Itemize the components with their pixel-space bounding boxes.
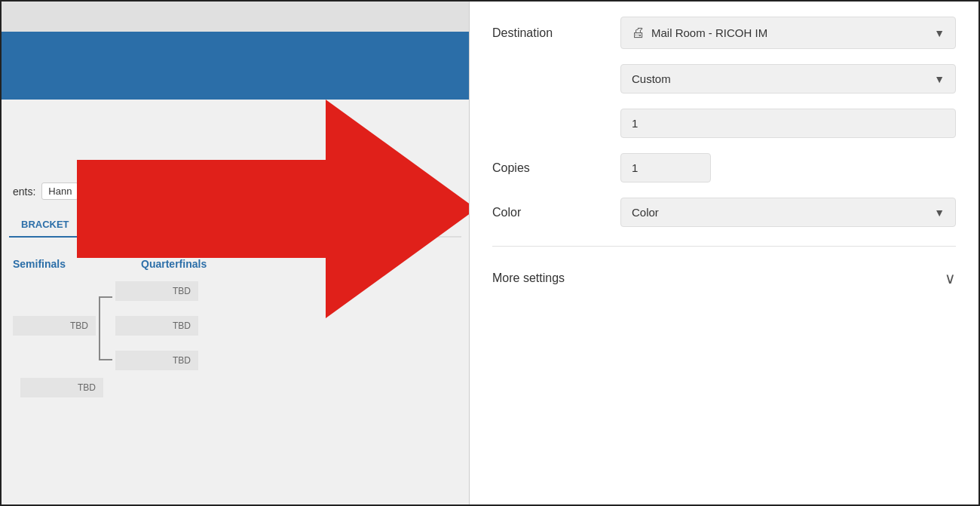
copies-row: Copies 1 (492, 153, 956, 182)
copies-value: 1 (632, 161, 638, 174)
custom-dropdown-arrow: ▼ (934, 73, 945, 85)
bracket-left-col: TBD (13, 316, 96, 336)
destination-value: Mail Room - RICOH IM (651, 26, 767, 39)
tab-bracket[interactable]: BRACKET (9, 213, 81, 238)
bracket-tbd-bottom: TBD (115, 351, 198, 370)
copies-label: Copies (492, 161, 598, 175)
destination-dropdown-arrow: ▼ (934, 27, 945, 39)
red-arrow-overlay (77, 100, 469, 318)
settings-divider (492, 246, 956, 247)
more-settings-row[interactable]: More settings ∨ (492, 265, 956, 291)
bracket-tbd-middle: TBD (115, 316, 198, 336)
semifinals-header: Semifinals (13, 258, 66, 270)
destination-left: 🖨 Mail Room - RICOH IM (632, 25, 767, 41)
printer-icon: 🖨 (632, 25, 645, 41)
color-value: Color (632, 206, 659, 219)
color-label: Color (492, 206, 598, 219)
destination-select[interactable]: 🖨 Mail Room - RICOH IM ▼ (620, 17, 956, 49)
blue-header-bar (2, 32, 469, 100)
color-dropdown-arrow: ▼ (934, 207, 945, 219)
custom-row: Custom ▼ (492, 64, 956, 94)
destination-label: Destination (492, 26, 598, 40)
svg-marker-0 (77, 100, 469, 318)
color-row: Color Color ▼ (492, 198, 956, 227)
chevron-down-icon: ∨ (945, 269, 956, 287)
bracket-tbd-extra: TBD (20, 378, 103, 397)
custom-value: Custom (632, 72, 671, 85)
ents-label: ents: (13, 186, 35, 198)
number-input[interactable]: 1 (620, 109, 956, 138)
number-value: 1 (632, 117, 638, 130)
ents-badge: Hann (41, 182, 78, 200)
bracket-tbd-left: TBD (13, 316, 96, 336)
number-row: 1 (492, 109, 956, 138)
color-select[interactable]: Color ▼ (620, 198, 956, 227)
left-panel: ents: Hann BRACKET PRINTING INSTRUCTIONS… (2, 2, 469, 506)
copies-input[interactable]: 1 (620, 153, 711, 182)
destination-row: Destination 🖨 Mail Room - RICOH IM ▼ (492, 17, 956, 49)
more-settings-label: More settings (492, 271, 565, 285)
top-gray-bar (2, 2, 469, 32)
custom-select[interactable]: Custom ▼ (620, 64, 956, 94)
right-panel: Destination 🖨 Mail Room - RICOH IM ▼ Cus… (469, 2, 978, 504)
